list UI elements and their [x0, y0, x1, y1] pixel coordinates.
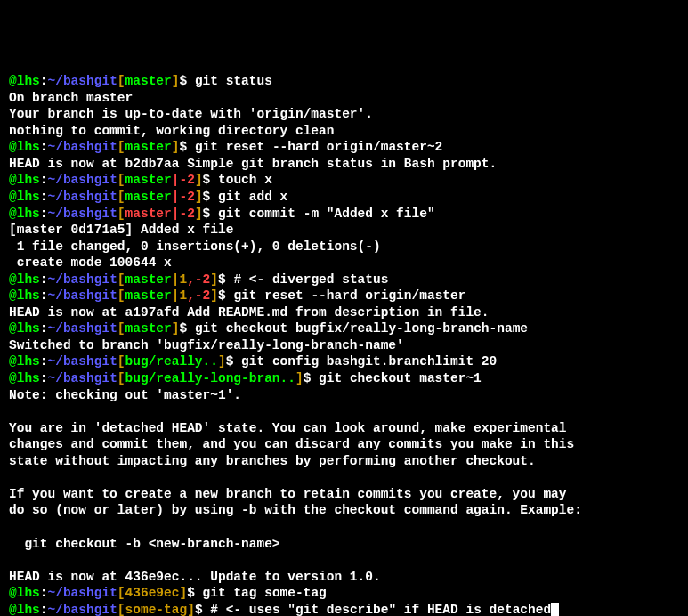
output-text: create mode 100644 x [9, 255, 172, 270]
prompt-user: @lhs [9, 207, 40, 221]
prompt-status-behind: ,-2 [187, 272, 210, 287]
terminal-line: If you want to create a new branch to re… [9, 486, 679, 503]
command-text: touch x [218, 173, 272, 187]
terminal-line: Your branch is up-to-date with 'origin/m… [9, 106, 679, 123]
terminal-line: @lhs:~/bashgit[bug/really..]$ git config… [9, 353, 679, 370]
command-text: git commit -m "Added x file" [218, 207, 435, 221]
output-text: If you want to create a new branch to re… [9, 487, 567, 501]
prompt-status-behind: |-2 [172, 190, 195, 204]
output-text: HEAD is now at a197afd Add README.md fro… [9, 305, 490, 320]
terminal-line: 1 file changed, 0 insertions(+), 0 delet… [9, 239, 679, 255]
prompt-user: @lhs [9, 173, 40, 187]
terminal-line: changes and commit them, and you can dis… [9, 436, 679, 453]
prompt-branch: some-tag [125, 603, 188, 616]
prompt-user: @lhs [9, 371, 40, 385]
command-text: git status [195, 74, 272, 88]
prompt-user: @lhs [9, 354, 40, 369]
output-text: git checkout -b <new-branch-name> [9, 537, 280, 551]
output-text: [master 0d171a5] Added x file [9, 223, 233, 237]
output-text [9, 470, 17, 484]
prompt-user: @lhs [9, 190, 40, 204]
terminal-line [9, 552, 679, 569]
prompt-path: ~/bashgit [48, 190, 117, 204]
prompt-user: @lhs [9, 586, 40, 600]
terminal-line: @lhs:~/bashgit[some-tag]$ # <- uses "git… [9, 602, 679, 616]
prompt-path: ~/bashgit [48, 321, 117, 336]
output-text: state without impacting any branches by … [9, 454, 536, 468]
command-text: git reset --hard origin/master [233, 288, 465, 303]
command-text: git tag some-tag [203, 586, 327, 600]
terminal-line: HEAD is now at b2db7aa Simple git branch… [9, 156, 679, 173]
terminal-line: do so (now or later) by using -b with th… [9, 502, 679, 519]
output-text [9, 553, 17, 567]
terminal-line: @lhs:~/bashgit[bug/really-long-bran..]$ … [9, 370, 679, 387]
command-text: git reset --hard origin/master~2 [195, 140, 442, 154]
terminal-line: HEAD is now at 436e9ec... Update to vers… [9, 569, 679, 586]
command-text: # <- diverged status [233, 272, 388, 287]
prompt-branch: master [125, 140, 172, 154]
terminal-line: @lhs:~/bashgit[master]$ git reset --hard… [9, 139, 679, 156]
prompt-path: ~/bashgit [48, 603, 117, 616]
prompt-user: @lhs [9, 272, 40, 287]
terminal-line: create mode 100644 x [9, 255, 679, 272]
terminal-line: @lhs:~/bashgit[master]$ git status [9, 73, 679, 90]
command-text: git checkout master~1 [319, 371, 482, 385]
terminal-line: @lhs:~/bashgit[master|-2]$ git commit -m… [9, 206, 679, 223]
output-text: HEAD is now at 436e9ec... Update to vers… [9, 570, 381, 584]
prompt-path: ~/bashgit [48, 586, 117, 600]
terminal-line [9, 403, 679, 420]
prompt-branch: 436e9ec [125, 586, 180, 600]
command-text: git checkout bugfix/really-long-branch-n… [195, 321, 528, 336]
prompt-branch: master [125, 288, 172, 303]
output-text: Note: checking out 'master~1'. [9, 388, 241, 402]
output-text [9, 520, 17, 534]
output-text: On branch master [9, 91, 133, 105]
prompt-path: ~/bashgit [48, 173, 117, 187]
prompt-user: @lhs [9, 140, 40, 154]
prompt-path: ~/bashgit [48, 371, 117, 385]
command-text: # <- uses "git describe" if HEAD is deta… [210, 603, 551, 616]
output-text: Switched to branch 'bugfix/really-long-b… [9, 338, 404, 353]
prompt-branch: master [125, 173, 172, 187]
prompt-branch: master [125, 207, 172, 221]
terminal-line: HEAD is now at a197afd Add README.md fro… [9, 304, 679, 321]
command-text: git add x [218, 190, 287, 204]
terminal-line: @lhs:~/bashgit[436e9ec]$ git tag some-ta… [9, 585, 679, 602]
prompt-branch: bug/really.. [125, 354, 218, 369]
terminal-line: @lhs:~/bashgit[master]$ git checkout bug… [9, 320, 679, 337]
prompt-status-behind: |-2 [172, 173, 195, 187]
prompt-branch: master [125, 74, 172, 88]
terminal-line: @lhs:~/bashgit[master|1,-2]$ # <- diverg… [9, 272, 679, 288]
terminal-line [9, 519, 679, 536]
prompt-path: ~/bashgit [48, 272, 117, 287]
prompt-branch: master [125, 272, 172, 287]
cursor [551, 603, 559, 616]
output-text: HEAD is now at b2db7aa Simple git branch… [9, 157, 497, 171]
terminal-line: [master 0d171a5] Added x file [9, 222, 679, 239]
terminal-line: @lhs:~/bashgit[master|-2]$ git add x [9, 189, 679, 206]
prompt-user: @lhs [9, 74, 40, 88]
terminal-line: state without impacting any branches by … [9, 453, 679, 470]
prompt-path: ~/bashgit [48, 288, 117, 303]
prompt-path: ~/bashgit [48, 207, 117, 221]
terminal-line: git checkout -b <new-branch-name> [9, 536, 679, 553]
prompt-path: ~/bashgit [48, 140, 117, 154]
command-text: git config bashgit.branchlimit 20 [241, 354, 497, 369]
terminal-line: On branch master [9, 90, 679, 107]
prompt-status-ahead: |1 [172, 288, 187, 303]
terminal-line: You are in 'detached HEAD' state. You ca… [9, 420, 679, 437]
output-text: You are in 'detached HEAD' state. You ca… [9, 421, 567, 435]
terminal-line: Note: checking out 'master~1'. [9, 387, 679, 404]
terminal-output[interactable]: @lhs:~/bashgit[master]$ git statusOn bra… [9, 73, 679, 616]
prompt-branch: master [125, 190, 172, 204]
prompt-branch: bug/really-long-bran.. [125, 371, 295, 385]
prompt-user: @lhs [9, 288, 40, 303]
output-text: 1 file changed, 0 insertions(+), 0 delet… [9, 239, 381, 254]
terminal-line: nothing to commit, working directory cle… [9, 123, 679, 140]
prompt-user: @lhs [9, 603, 40, 616]
output-text: nothing to commit, working directory cle… [9, 124, 334, 138]
prompt-status-ahead: |1 [172, 272, 187, 287]
prompt-status-behind: |-2 [172, 207, 195, 221]
output-text: do so (now or later) by using -b with th… [9, 503, 582, 517]
terminal-line [9, 469, 679, 486]
